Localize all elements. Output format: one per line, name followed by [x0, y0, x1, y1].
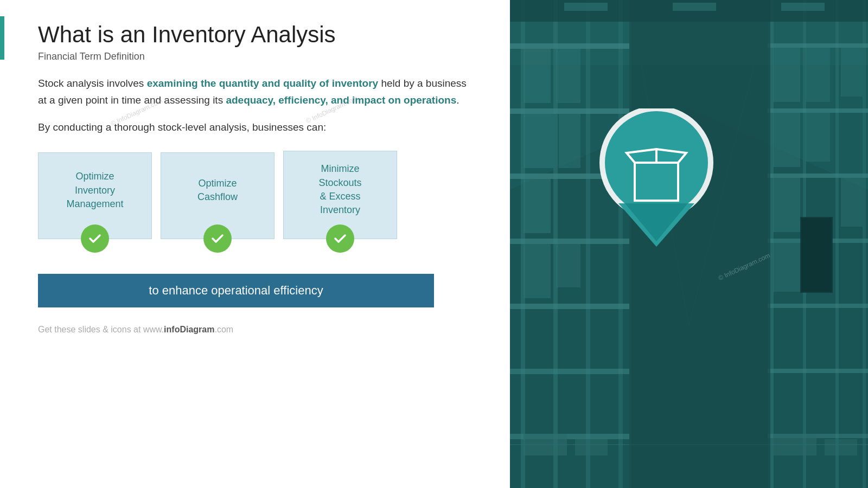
desc-highlight1: examining the quantity and quality of in… — [147, 78, 379, 89]
banner: to enhance operational efficiency — [38, 274, 434, 307]
description: Stock analysis involves examining the qu… — [38, 75, 477, 108]
svg-rect-14 — [524, 49, 551, 103]
footer-brand: infoDiagram — [164, 325, 214, 334]
svg-rect-26 — [768, 108, 868, 113]
svg-rect-51 — [673, 3, 716, 11]
footer-suffix: .com — [214, 325, 233, 334]
svg-rect-27 — [768, 174, 868, 178]
desc-part3: . — [456, 94, 459, 106]
svg-rect-50 — [564, 3, 608, 11]
svg-rect-23 — [835, 0, 839, 488]
card-3-text: MinimizeStockouts& ExcessInventory — [318, 162, 361, 217]
card-3: MinimizeStockouts& ExcessInventory — [283, 151, 397, 239]
svg-rect-17 — [559, 114, 580, 168]
svg-rect-25 — [768, 43, 868, 48]
svg-rect-52 — [781, 3, 825, 11]
teardrop-icon — [597, 108, 716, 249]
check-icon-1 — [87, 231, 103, 246]
svg-marker-60 — [625, 203, 688, 241]
card-2: OptimizeCashflow — [161, 152, 275, 239]
card-1-check — [81, 224, 109, 253]
svg-rect-53 — [524, 434, 567, 455]
check-icon-3 — [333, 231, 348, 246]
desc-highlight2: adequacy, efficiency, and impact on oper… — [226, 94, 456, 106]
svg-rect-33 — [806, 48, 830, 102]
svg-rect-24 — [863, 0, 866, 488]
secondary-description: By conducting a thorough stock-level ana… — [38, 119, 477, 136]
left-panel: What is an Inventory Analysis Financial … — [0, 0, 510, 488]
card-2-text: OptimizeCashflow — [197, 177, 238, 204]
main-title: What is an Inventory Analysis — [38, 22, 477, 48]
cards-section: OptimizeInventoryManagement OptimizeCash… — [38, 151, 477, 239]
check-icon-2 — [210, 231, 225, 246]
svg-rect-18 — [524, 179, 551, 233]
card-1: OptimizeInventoryManagement — [38, 152, 152, 239]
svg-rect-11 — [510, 304, 629, 309]
svg-rect-54 — [575, 439, 608, 455]
svg-rect-20 — [556, 244, 580, 287]
card-1-text: OptimizeInventoryManagement — [66, 170, 123, 211]
svg-rect-15 — [556, 49, 580, 103]
svg-rect-29 — [768, 304, 868, 308]
svg-rect-7 — [510, 43, 629, 49]
svg-rect-39 — [773, 243, 800, 292]
banner-text: to enhance operational efficiency — [149, 284, 323, 297]
right-panel: © InfoDiagram.com — [510, 0, 868, 488]
svg-rect-16 — [524, 114, 553, 168]
footer-prefix: Get these slides & icons at www. — [38, 325, 164, 334]
svg-rect-38 — [841, 178, 863, 227]
card-3-check — [326, 224, 354, 253]
box-icon-container — [597, 108, 716, 252]
svg-rect-34 — [841, 48, 863, 97]
svg-rect-45 — [768, 0, 770, 488]
desc-part1: Stock analysis involves — [38, 78, 147, 89]
svg-rect-56 — [825, 439, 857, 455]
accent-bar — [0, 16, 4, 60]
svg-rect-19 — [524, 244, 551, 298]
svg-rect-37 — [773, 178, 800, 232]
title-section: What is an Inventory Analysis Financial … — [38, 22, 477, 62]
svg-rect-48 — [801, 218, 832, 292]
footer: Get these slides & icons at www.infoDiag… — [38, 325, 477, 335]
svg-rect-32 — [773, 48, 800, 102]
svg-rect-30 — [768, 369, 868, 373]
svg-rect-55 — [773, 434, 816, 455]
card-2-check — [203, 224, 232, 253]
svg-rect-12 — [510, 369, 629, 374]
svg-rect-36 — [806, 113, 830, 162]
svg-rect-35 — [773, 113, 800, 167]
subtitle: Financial Term Definition — [38, 51, 477, 62]
